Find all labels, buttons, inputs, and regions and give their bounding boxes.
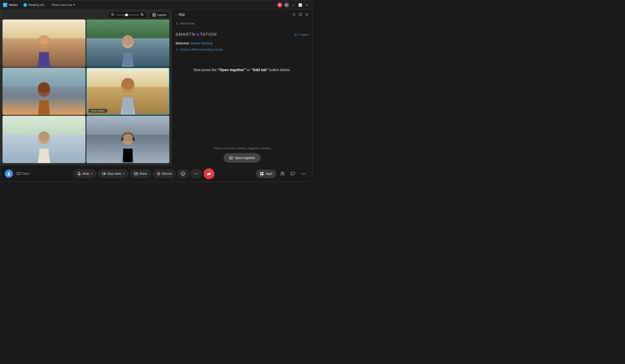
webex-app-name: Webex: [9, 3, 18, 7]
video-section: Layout: [0, 10, 172, 165]
svg-rect-53: [262, 172, 263, 173]
svg-rect-10: [154, 13, 156, 15]
meeting-info-button[interactable]: Meeting info: [22, 2, 46, 8]
svg-line-33: [300, 13, 302, 15]
mute-label: Mute: [83, 172, 89, 175]
svg-rect-27: [39, 149, 49, 162]
svg-point-29: [122, 131, 134, 141]
zoom-control[interactable]: [108, 12, 146, 18]
selected-value: Webex Meeting: [190, 41, 212, 45]
video-grid: Paula Walker: [2, 20, 169, 163]
chat-panel-icon: [290, 171, 295, 176]
app-panel: ‹ App: [172, 10, 312, 165]
video-chevron-icon[interactable]: ▾: [123, 172, 125, 175]
contact-link[interactable]: Contact: [260, 147, 269, 150]
close-button[interactable]: ✕: [305, 2, 310, 7]
zoom-slider-thumb: [125, 14, 128, 16]
panel-collapse-icon[interactable]: ‹: [175, 13, 177, 16]
video-cell-1: [2, 20, 86, 67]
more-options-button[interactable]: [190, 169, 202, 178]
app-panel-body: SMARTN TATION Logout Selected: Webex Mee…: [172, 28, 312, 144]
zoom-out-icon[interactable]: [111, 13, 114, 17]
share-icon: [134, 172, 138, 176]
panel-popout-button[interactable]: [299, 13, 302, 16]
participants-button[interactable]: [278, 169, 287, 178]
open-together-button[interactable]: Open together: [223, 153, 261, 163]
zoom-in-icon[interactable]: [141, 13, 144, 17]
svg-point-60: [304, 173, 305, 174]
svg-point-26: [38, 131, 49, 141]
minimize-button[interactable]: —: [291, 2, 296, 7]
video-cell-6: [86, 116, 169, 163]
panel-close-button[interactable]: [305, 13, 309, 16]
zoom-bar: Layout: [2, 12, 169, 18]
more-icon: [194, 171, 198, 176]
back-to-list-button[interactable]: Back to list: [172, 20, 312, 28]
svg-point-50: [197, 173, 198, 174]
zoom-slider[interactable]: [116, 15, 139, 15]
selected-row: Selected: Webex Meeting: [175, 41, 309, 45]
privacy-link[interactable]: Privacy: [237, 147, 246, 150]
mute-button[interactable]: Mute ▾: [73, 170, 96, 178]
settings-icon-button[interactable]: [284, 2, 289, 7]
webex-logo-icon: [3, 3, 7, 7]
different-meeting-link[interactable]: Select a different meeting minute.: [175, 48, 309, 51]
selected-label: Selected:: [175, 41, 189, 45]
toolbar-more-icon: [301, 171, 306, 176]
show-menu-button[interactable]: Show menu bar ▾: [50, 2, 77, 7]
svg-rect-9: [153, 13, 154, 15]
svg-rect-12: [154, 15, 156, 17]
emoji-button[interactable]: [177, 169, 188, 178]
show-menu-label: Show menu bar: [52, 3, 72, 7]
layout-button[interactable]: Layout: [149, 12, 169, 18]
svg-line-3: [113, 15, 114, 16]
svg-point-20: [38, 82, 50, 93]
webex-logo[interactable]: Webex: [3, 3, 18, 7]
svg-rect-55: [262, 174, 263, 175]
panel-refresh-button[interactable]: [292, 13, 296, 16]
support-link[interactable]: Support: [248, 147, 258, 150]
back-to-list-label: Back to list: [180, 22, 194, 25]
video-cell-3: [2, 68, 86, 115]
apps-icon: [260, 172, 264, 176]
chat-button[interactable]: Chat ▾: [15, 170, 32, 177]
share-button[interactable]: Share: [130, 170, 151, 178]
svg-point-46: [182, 173, 183, 173]
svg-point-1: [286, 4, 287, 5]
apps-button[interactable]: Apps: [256, 170, 276, 178]
logout-button[interactable]: Logout: [294, 33, 309, 36]
layout-label: Layout: [157, 13, 166, 17]
svg-point-14: [39, 36, 49, 45]
end-call-button[interactable]: [204, 168, 215, 179]
svg-rect-54: [260, 174, 262, 175]
maximize-button[interactable]: ⬜: [298, 2, 303, 7]
terms-end: |: [270, 147, 271, 150]
record-icon: [157, 172, 161, 176]
participant-name-paula: Paula Walker: [89, 109, 107, 112]
logo-text-tation: TATION: [200, 32, 217, 37]
meeting-info-label: Meeting info: [28, 3, 44, 7]
app-panel-footer: | Terms of Service | Privacy | Support |…: [172, 144, 312, 165]
svg-line-6: [143, 15, 144, 16]
toolbar-more-button[interactable]: [299, 169, 308, 178]
ai-avatar-button[interactable]: [5, 170, 13, 178]
title-bar-left: Webex Meeting info Show menu bar ▾: [3, 2, 277, 8]
emoji-icon: [181, 171, 185, 176]
stop-video-button[interactable]: Stop video ▾: [98, 170, 128, 178]
svg-rect-18: [123, 52, 132, 66]
app-panel-title-row: ‹ App: [175, 12, 185, 17]
record-button[interactable]: Record: [153, 170, 175, 178]
terms-of-service-link[interactable]: Terms of Service: [215, 147, 235, 150]
mute-chevron-icon[interactable]: ▾: [91, 172, 92, 175]
svg-rect-31: [121, 138, 123, 141]
smartnotation-header: SMARTN TATION Logout: [175, 32, 309, 37]
video-cell-4-active: Paula Walker: [86, 68, 169, 115]
title-bar-right: ⏺ — ⬜ ✕: [277, 2, 310, 7]
chat-panel-button[interactable]: [288, 169, 297, 178]
svg-rect-40: [102, 173, 104, 175]
chat-dropdown-icon: ▾: [29, 172, 30, 175]
chat-btn-label: Chat: [22, 172, 28, 175]
svg-point-59: [303, 173, 304, 174]
svg-rect-21: [39, 100, 49, 114]
svg-point-48: [194, 173, 195, 174]
